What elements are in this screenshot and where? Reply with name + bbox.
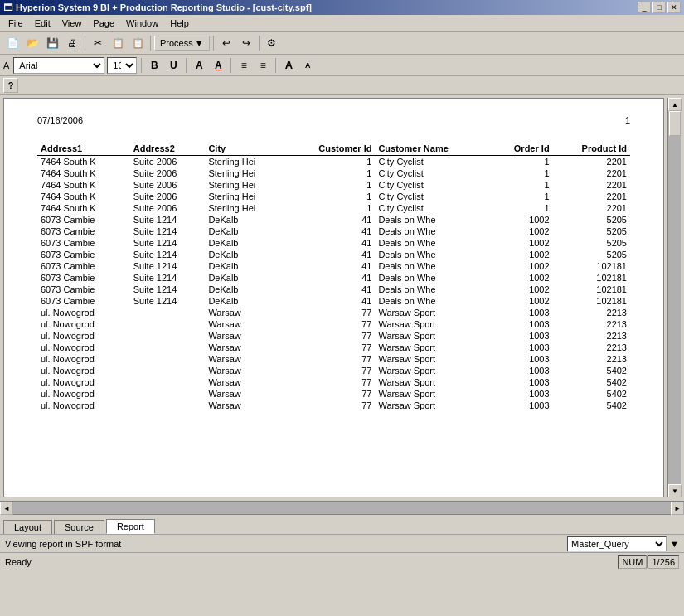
table-row: 6073 CambieSuite 1214DeKalb41Deals on Wh… — [37, 214, 630, 226]
table-cell: 1003 — [490, 353, 553, 365]
process-label: Process — [160, 38, 193, 48]
scroll-track-v — [668, 111, 681, 484]
bold-button[interactable]: B — [146, 57, 163, 74]
scroll-up-button[interactable]: ▲ — [668, 98, 682, 111]
size-selector[interactable]: 10 — [107, 57, 137, 74]
table-cell: Warsaw — [205, 388, 285, 400]
table-cell: 6073 Cambie — [37, 260, 130, 272]
table-cell: Warsaw Sport — [375, 318, 489, 330]
undo-button[interactable]: ↩ — [217, 34, 235, 52]
report-header: 07/16/2006 1 — [37, 115, 630, 125]
table-cell: City Cyclist — [375, 156, 489, 168]
extra-button[interactable]: ⚙ — [263, 34, 281, 52]
align-right-button[interactable]: ≡ — [255, 57, 271, 74]
title-bar: 🗔 Hyperion System 9 BI + Production Repo… — [0, 0, 684, 15]
table-cell — [130, 342, 206, 353]
col-order-id: Order Id — [490, 142, 553, 156]
table-cell: 1002 — [490, 272, 553, 284]
col-customer-name: Customer Name — [375, 142, 489, 156]
scroll-right-button[interactable]: ► — [671, 502, 684, 515]
font-selector[interactable]: Arial — [13, 57, 104, 74]
process-button[interactable]: Process ▼ — [154, 36, 210, 51]
process-dropdown-icon[interactable]: ▼ — [195, 38, 204, 48]
table-cell: 77 — [285, 353, 375, 365]
table-cell: Sterling Hei — [205, 202, 285, 214]
menu-edit[interactable]: Edit — [30, 17, 56, 30]
print-button[interactable]: 🖨 — [63, 34, 81, 52]
query-dropdown-icon[interactable]: ▼ — [670, 539, 679, 549]
status-viewing-text: Viewing report in SPF format — [5, 539, 567, 549]
cut-button[interactable]: ✂ — [89, 34, 107, 52]
table-cell: Warsaw Sport — [375, 365, 489, 376]
table-cell: 1 — [490, 167, 553, 179]
table-cell: 2213 — [553, 318, 630, 330]
main-area: 07/16/2006 1 Address1 Address2 City Cust… — [0, 95, 684, 501]
menu-view[interactable]: View — [57, 17, 87, 30]
table-cell: 41 — [285, 260, 375, 272]
scroll-down-button[interactable]: ▼ — [668, 484, 682, 497]
help-button[interactable]: ? — [3, 78, 18, 93]
main-toolbar: 📄 📂 💾 🖨 ✂ 📋 📋 Process ▼ ↩ ↪ ⚙ — [0, 32, 684, 55]
table-cell: 1003 — [490, 400, 553, 411]
table-cell: 5205 — [553, 214, 630, 226]
table-cell: Warsaw — [205, 318, 285, 330]
table-cell: ul. Nowogrod — [37, 342, 130, 353]
table-cell: 6073 Cambie — [37, 272, 130, 284]
table-cell: Warsaw — [205, 342, 285, 353]
table-cell: DeKalb — [205, 295, 285, 307]
table-cell: Suite 1214 — [130, 295, 206, 307]
table-cell: 6073 Cambie — [37, 226, 130, 237]
menu-help[interactable]: Help — [165, 17, 194, 30]
new-button[interactable]: 📄 — [3, 34, 22, 52]
report-area: 07/16/2006 1 Address1 Address2 City Cust… — [3, 98, 664, 497]
increase-font-button[interactable]: A — [280, 57, 297, 74]
menu-page[interactable]: Page — [88, 17, 119, 30]
horizontal-scrollbar[interactable]: ◄ ► — [0, 501, 684, 514]
underline-button[interactable]: U — [165, 57, 182, 74]
align-left-button[interactable]: ≡ — [235, 57, 252, 74]
minimize-button[interactable]: _ — [638, 2, 651, 13]
table-cell: ul. Nowogrod — [37, 388, 130, 400]
paste-button[interactable]: 📋 — [129, 34, 147, 52]
table-body: 7464 South KSuite 2006Sterling Hei1City … — [37, 156, 630, 412]
open-button[interactable]: 📂 — [23, 34, 41, 52]
table-row: 7464 South KSuite 2006Sterling Hei1City … — [37, 202, 630, 214]
table-cell: 1 — [285, 202, 375, 214]
table-cell: ul. Nowogrod — [37, 365, 130, 376]
query-selector[interactable]: Master_Query — [567, 536, 667, 551]
decrease-font-button[interactable]: A — [299, 57, 316, 74]
redo-button[interactable]: ↪ — [237, 34, 255, 52]
table-cell: Deals on Whe — [375, 260, 489, 272]
status-bar-top: Viewing report in SPF format Master_Quer… — [0, 534, 684, 552]
table-row: 7464 South KSuite 2006Sterling Hei1City … — [37, 191, 630, 202]
table-cell: 1 — [285, 191, 375, 202]
table-cell: 1 — [285, 156, 375, 168]
table-cell: 77 — [285, 318, 375, 330]
table-cell: 41 — [285, 284, 375, 295]
vertical-scrollbar[interactable]: ▲ ▼ — [667, 98, 681, 497]
save-button[interactable]: 💾 — [43, 34, 61, 52]
close-button[interactable]: ✕ — [667, 2, 681, 13]
copy-button[interactable]: 📋 — [109, 34, 127, 52]
tab-report[interactable]: Report — [106, 519, 155, 534]
table-cell: Warsaw Sport — [375, 388, 489, 400]
menu-file[interactable]: File — [3, 17, 28, 30]
table-cell: 77 — [285, 342, 375, 353]
tab-source[interactable]: Source — [54, 520, 104, 534]
table-cell: ul. Nowogrod — [37, 353, 130, 365]
table-row: 6073 CambieSuite 1214DeKalb41Deals on Wh… — [37, 249, 630, 260]
maximize-button[interactable]: □ — [652, 2, 666, 13]
table-header-row: Address1 Address2 City Customer Id Custo… — [37, 142, 630, 156]
menu-window[interactable]: Window — [121, 17, 163, 30]
highlight-button[interactable]: A — [210, 57, 226, 74]
tab-layout[interactable]: Layout — [3, 520, 52, 534]
scroll-thumb-v[interactable] — [669, 111, 681, 136]
table-row: ul. NowogrodWarsaw77Warsaw Sport10032213 — [37, 353, 630, 365]
table-cell: City Cyclist — [375, 167, 489, 179]
report-page-num: 1 — [625, 115, 630, 125]
table-cell: Suite 1214 — [130, 249, 206, 260]
table-row: ul. NowogrodWarsaw77Warsaw Sport10032213 — [37, 318, 630, 330]
font-color-button[interactable]: A — [191, 57, 207, 74]
scroll-left-button[interactable]: ◄ — [0, 502, 13, 515]
table-cell: 5402 — [553, 376, 630, 388]
